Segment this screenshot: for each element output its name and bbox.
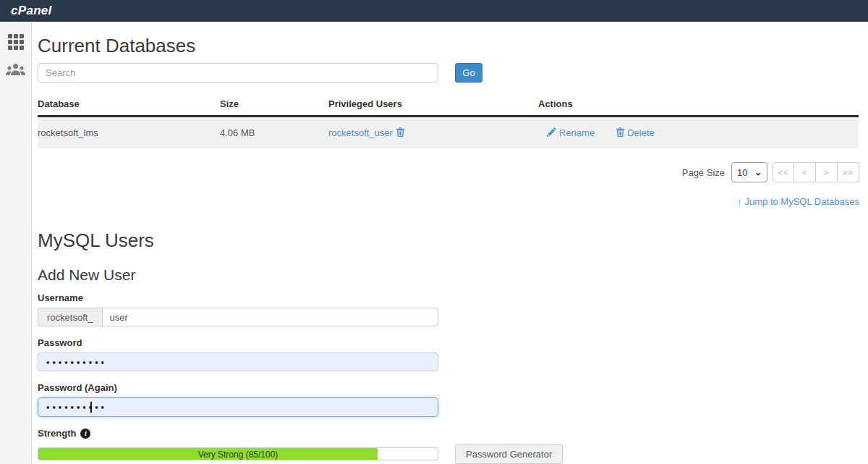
page-size-value: 10 — [737, 167, 747, 178]
jump-row: ↑ Jump to MySQL Databases — [38, 195, 859, 208]
strength-label: Strength — [38, 428, 76, 439]
strength-bar: Very Strong (85/100) — [38, 447, 438, 460]
username-label: Username — [38, 292, 859, 303]
column-header-database: Database — [38, 94, 220, 115]
username-input[interactable] — [102, 308, 438, 326]
table-header-row: Database Size Privileged Users Actions — [38, 94, 859, 117]
rename-link[interactable]: Rename — [547, 127, 595, 139]
delete-label: Delete — [627, 127, 655, 138]
column-header-size: Size — [220, 94, 328, 115]
password-generator-button[interactable]: Password Generator — [455, 444, 563, 464]
sidebar — [0, 22, 32, 464]
databases-table: Database Size Privileged Users Actions r… — [38, 94, 859, 148]
jump-link-label: Jump to MySQL Databases — [745, 196, 859, 207]
top-bar: cPanel — [0, 0, 868, 22]
privileged-users-cell: rocketsoft_user — [328, 127, 538, 139]
current-databases-title: Current Databases — [38, 35, 859, 57]
cpanel-page: cPanel — [0, 0, 868, 464]
pager-group: << < > >> — [773, 162, 859, 182]
text-cursor — [90, 402, 92, 413]
search-input[interactable] — [38, 63, 438, 83]
privileged-user-link[interactable]: rocketsoft_user — [328, 127, 404, 139]
last-page-button[interactable]: >> — [838, 162, 859, 182]
password-field-wrap — [38, 353, 438, 371]
page-size-label: Page Size — [682, 167, 725, 178]
arrow-up-icon: ↑ — [737, 196, 742, 207]
pencil-icon — [547, 127, 556, 139]
info-icon[interactable]: i — [80, 429, 90, 439]
pagination: Page Size 10 ⌄ << < > >> — [38, 162, 859, 182]
prev-page-button[interactable]: < — [794, 162, 816, 182]
password-again-input[interactable] — [38, 397, 438, 417]
rename-label: Rename — [559, 127, 595, 138]
trash-icon[interactable] — [396, 127, 404, 139]
password-label: Password — [38, 337, 859, 348]
cpanel-logo: cPanel — [11, 4, 52, 18]
strength-label-row: Strength i — [38, 428, 859, 439]
page-size-select[interactable]: 10 ⌄ — [731, 162, 767, 182]
search-row: Go — [38, 63, 859, 83]
password-again-field-wrap — [38, 397, 438, 417]
user-manager-icon[interactable] — [6, 63, 25, 76]
password-again-label: Password (Again) — [38, 382, 859, 393]
trash-icon — [616, 127, 624, 139]
add-new-user-title: Add New User — [38, 266, 859, 284]
jump-to-mysql-databases-link[interactable]: ↑ Jump to MySQL Databases — [737, 196, 859, 207]
first-page-button[interactable]: << — [773, 162, 794, 182]
column-header-actions: Actions — [538, 94, 859, 115]
strength-text: Very Strong (85/100) — [38, 448, 438, 460]
delete-link[interactable]: Delete — [616, 127, 655, 139]
next-page-button[interactable]: > — [816, 162, 838, 182]
mysql-users-title: MySQL Users — [38, 229, 859, 252]
privileged-user-name: rocketsoft_user — [328, 127, 393, 138]
database-size-cell: 4.06 MB — [220, 127, 328, 138]
column-header-privileged-users: Privileged Users — [328, 94, 538, 115]
username-input-group: rocketsoft_ — [38, 308, 438, 326]
apps-grid-icon[interactable] — [8, 34, 24, 50]
password-input[interactable] — [38, 353, 438, 371]
strength-row: Very Strong (85/100) Password Generator — [38, 444, 859, 464]
main-content: Current Databases Go Database Size Privi… — [32, 22, 868, 464]
database-name-cell: rocketsoft_lms — [38, 127, 220, 138]
table-row: rocketsoft_lms 4.06 MB rocketsoft_user R… — [38, 117, 859, 148]
go-button[interactable]: Go — [455, 63, 482, 83]
actions-cell: Rename Delete — [538, 127, 859, 139]
chevron-down-icon: ⌄ — [754, 169, 762, 176]
username-prefix-addon: rocketsoft_ — [38, 308, 102, 326]
